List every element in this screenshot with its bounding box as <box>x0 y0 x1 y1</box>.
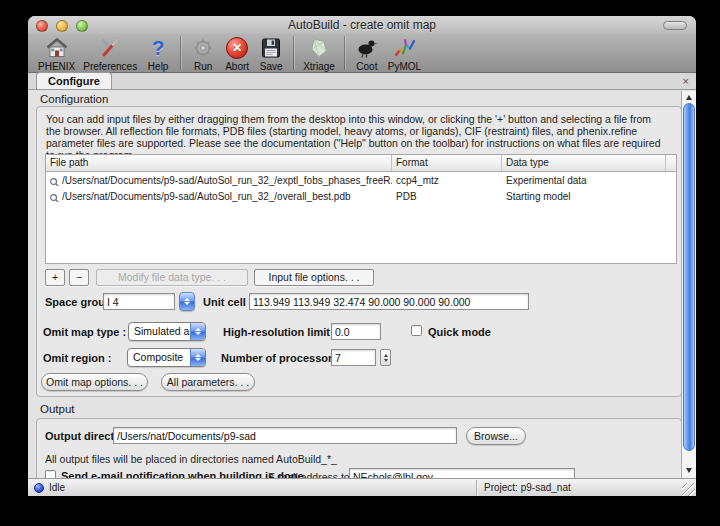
home-icon <box>44 35 70 61</box>
toolbar-label: Help <box>148 61 169 72</box>
phenix-button[interactable]: PHENIX <box>34 35 79 72</box>
add-file-button[interactable]: + <box>45 269 65 286</box>
toolbar-label: Coot <box>356 61 377 72</box>
tab-configure[interactable]: Configure <box>36 72 112 89</box>
tools-icon <box>97 35 123 61</box>
file-path-cell: /Users/nat/Documents/p9-sad/AutoSol_run_… <box>46 175 392 186</box>
molecule-icon <box>392 35 418 61</box>
number-of-processors-label: Number of processors : <box>221 352 345 364</box>
question-mark-icon: ? <box>152 35 165 61</box>
format-cell: PDB <box>392 191 502 202</box>
all-parameters-button[interactable]: All parameters. . . <box>161 373 255 391</box>
toolbar-label: PHENIX <box>38 61 75 72</box>
scroll-up-icon[interactable] <box>682 91 696 103</box>
dropdown-stepper-icon <box>190 323 205 340</box>
magnifier-icon <box>49 177 60 186</box>
toolbar-label: Xtriage <box>303 61 335 72</box>
omit-map-type-label: Omit map type : <box>43 326 126 338</box>
gear-icon <box>190 35 216 61</box>
app-window: AutoBuild - create omit map PHENIX Prefe… <box>28 16 696 496</box>
unit-cell-label: Unit cell : <box>203 296 253 308</box>
omit-region-dropdown[interactable]: Composite <box>127 348 206 367</box>
output-directory-input[interactable] <box>113 427 457 444</box>
window-title: AutoBuild - create omit map <box>98 16 626 34</box>
scrollbar-thumb[interactable] <box>683 103 695 451</box>
high-resolution-limit-input[interactable] <box>331 323 381 340</box>
column-header-file-path[interactable]: File path <box>46 155 392 171</box>
run-button[interactable]: Run <box>186 35 220 72</box>
remove-file-button[interactable]: − <box>69 269 89 286</box>
abort-button[interactable]: ✕ Abort <box>220 35 254 72</box>
quick-mode-checkbox[interactable] <box>411 325 422 336</box>
main-content: Configuration You can add input files by… <box>28 91 696 478</box>
toolbar-label: Abort <box>225 61 249 72</box>
status-text: Idle <box>49 482 65 493</box>
omit-map-type-dropdown[interactable]: Simulated a... <box>128 322 206 341</box>
coot-button[interactable]: Coot <box>350 35 384 72</box>
toolbar-separator <box>293 36 294 70</box>
resize-grip[interactable] <box>682 483 695 496</box>
table-row[interactable]: /Users/nat/Documents/p9-sad/AutoSol_run_… <box>46 172 676 188</box>
minimize-window-button[interactable] <box>56 20 68 32</box>
file-path-cell: /Users/nat/Documents/p9-sad/AutoSol_run_… <box>46 191 392 202</box>
toolbar-separator <box>180 36 181 70</box>
xtriage-button[interactable]: Xtriage <box>299 35 339 72</box>
input-file-options-button[interactable]: Input file options. . . <box>254 269 374 286</box>
toolbar-label: Save <box>260 61 283 72</box>
save-button[interactable]: Save <box>254 35 288 72</box>
space-group-stepper[interactable] <box>179 292 195 311</box>
tab-strip: Configure × <box>28 73 696 90</box>
output-section-title: Output <box>40 403 75 415</box>
status-bar: Idle Project: p9-sad_nat <box>28 478 696 496</box>
preferences-button[interactable]: Preferences <box>79 35 141 72</box>
status-indicator-dot <box>34 483 44 493</box>
column-header-data-type[interactable]: Data type <box>502 155 666 171</box>
toolbar-separator <box>344 36 345 70</box>
toolbar-toggle-button[interactable] <box>663 21 687 30</box>
table-header-row: File path Format Data type <box>46 155 676 172</box>
email-address-input[interactable] <box>349 468 575 478</box>
dropdown-stepper-icon <box>190 349 205 366</box>
floppy-disk-icon <box>258 35 284 61</box>
toolbar-label: PyMOL <box>388 61 421 72</box>
output-note: All output files will be placed in direc… <box>45 453 337 465</box>
title-bar[interactable]: AutoBuild - create omit map <box>28 16 696 34</box>
quick-mode-label: Quick mode <box>428 326 491 338</box>
toolbar-label: Preferences <box>83 61 137 72</box>
table-row[interactable]: /Users/nat/Documents/p9-sad/AutoSol_run_… <box>46 188 676 204</box>
browse-button[interactable]: Browse... <box>466 427 526 445</box>
space-group-input[interactable] <box>103 293 175 310</box>
data-type-cell: Experimental data <box>502 175 666 186</box>
crystal-icon <box>306 35 332 61</box>
input-files-table[interactable]: File path Format Data type /Users/nat/Do… <box>45 154 677 264</box>
close-window-button[interactable] <box>36 20 48 32</box>
project-label: Project: p9-sad_nat <box>484 482 571 493</box>
modify-file-data-type-button[interactable]: Modify file data type. . . <box>96 269 248 286</box>
column-header-format[interactable]: Format <box>392 155 502 171</box>
unit-cell-input[interactable] <box>249 293 529 310</box>
configuration-section-title: Configuration <box>40 93 108 105</box>
number-of-processors-input[interactable] <box>331 349 376 366</box>
toolbar-label: Run <box>194 61 212 72</box>
zoom-window-button[interactable] <box>76 20 88 32</box>
scroll-down-icon[interactable] <box>682 464 696 476</box>
bird-icon <box>354 35 380 61</box>
configuration-groupbox: You can add input files by either draggi… <box>36 106 682 397</box>
processors-spinner[interactable] <box>380 349 391 366</box>
format-cell: ccp4_mtz <box>392 175 502 186</box>
vertical-scrollbar[interactable] <box>681 91 696 478</box>
status-bar-divider <box>476 480 477 496</box>
magnifier-icon <box>49 193 60 202</box>
help-button[interactable]: ? Help <box>141 35 175 72</box>
pymol-button[interactable]: PyMOL <box>384 35 425 72</box>
email-notification-checkbox[interactable] <box>45 470 56 478</box>
tab-close-icon[interactable]: × <box>683 75 689 88</box>
omit-region-label: Omit region : <box>43 352 111 364</box>
window-chrome: AutoBuild - create omit map PHENIX Prefe… <box>28 16 696 73</box>
high-resolution-limit-label: High-resolution limit : <box>223 326 337 338</box>
omit-map-options-button[interactable]: Omit map options. . . <box>41 373 148 391</box>
column-header-pad <box>666 155 676 171</box>
data-type-cell: Starting model <box>502 191 666 202</box>
output-groupbox: Output directory : Browse... All output … <box>36 418 682 478</box>
toolbar: PHENIX Preferences ? Help Run ✕ <box>28 34 696 73</box>
